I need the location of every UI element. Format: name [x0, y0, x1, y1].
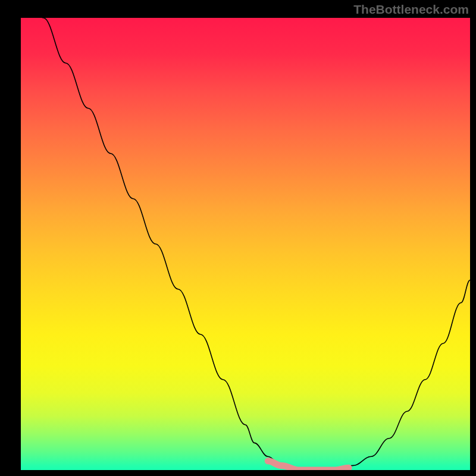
plot-area — [21, 18, 470, 470]
watermark-text: TheBottleneck.com — [353, 2, 469, 17]
flat-marker-path — [268, 461, 349, 470]
curve-path — [21, 18, 470, 470]
chart-svg — [21, 18, 470, 470]
chart-frame: TheBottleneck.com — [0, 0, 476, 476]
